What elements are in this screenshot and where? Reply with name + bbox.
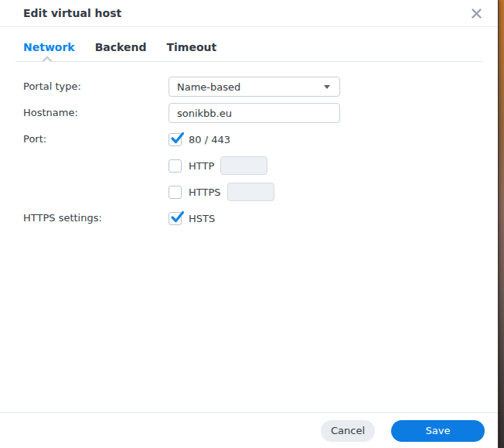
port-80-443-option[interactable]: 80 / 443 <box>169 129 274 149</box>
portal-type-label: Portal type: <box>23 77 169 97</box>
edit-virtual-host-dialog: Edit virtual host Network Backend Timeou… <box>0 0 499 448</box>
checkbox-checked-icon[interactable] <box>169 212 182 225</box>
hsts-label: HSTS <box>189 213 215 224</box>
portal-type-value: Name-based <box>177 81 240 93</box>
portal-type-row: Portal type: Name-based <box>23 77 498 97</box>
port-http-option[interactable]: HTTP <box>169 156 274 176</box>
hostname-input[interactable] <box>169 103 340 123</box>
port-80-443-label: 80 / 443 <box>189 134 230 145</box>
save-button[interactable]: Save <box>391 420 485 442</box>
dialog-title: Edit virtual host <box>23 7 121 19</box>
close-icon <box>472 9 482 19</box>
checkbox-unchecked-icon[interactable] <box>169 186 182 199</box>
close-button[interactable] <box>468 5 484 21</box>
hsts-option[interactable]: HSTS <box>169 208 215 228</box>
tab-network[interactable]: Network <box>23 41 75 53</box>
port-https-option[interactable]: HTTPS <box>169 182 274 202</box>
cancel-button[interactable]: Cancel <box>321 420 375 442</box>
dialog-footer: Cancel Save <box>0 412 498 448</box>
active-tab-caret <box>42 56 53 61</box>
port-label: Port: <box>23 129 169 149</box>
chevron-down-icon <box>324 85 330 89</box>
port-https-label: HTTPS <box>189 186 221 198</box>
port-http-label: HTTP <box>189 160 214 172</box>
hostname-row: Hostname: <box>23 103 498 123</box>
hostname-label: Hostname: <box>23 103 169 123</box>
tab-backend[interactable]: Backend <box>95 41 147 53</box>
tab-bar: Network Backend Timeout <box>15 27 482 62</box>
https-settings-row: HTTPS settings: HSTS <box>23 208 498 228</box>
network-tab-panel: Portal type: Name-based Hostname: Port: <box>0 62 498 412</box>
https-settings-label: HTTPS settings: <box>23 208 169 228</box>
checkbox-unchecked-icon[interactable] <box>169 159 182 173</box>
port-row: Port: 80 / 443 HTTP HT <box>23 129 498 202</box>
https-port-input[interactable] <box>227 183 274 201</box>
dialog-header: Edit virtual host <box>0 0 498 27</box>
checkbox-checked-icon[interactable] <box>169 133 182 146</box>
tab-timeout[interactable]: Timeout <box>167 41 217 53</box>
portal-type-select[interactable]: Name-based <box>169 77 340 97</box>
http-port-input[interactable] <box>220 156 267 175</box>
